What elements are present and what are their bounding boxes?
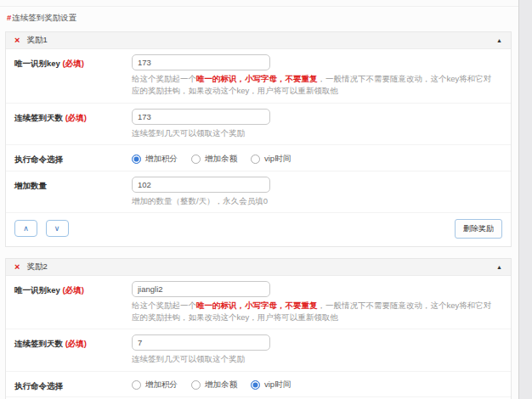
help-prefix: 给这个奖励起一个 <box>132 74 196 83</box>
unique-key-row: 唯一识别key (必填) 给这个奖励起一个唯一的标识，小写字母，不要重复，一般情… <box>6 49 511 104</box>
radio-add-points-input[interactable] <box>132 155 141 164</box>
help-bold: 唯一的标识，小写字母，不要重复 <box>196 74 318 83</box>
required-badge: (必填) <box>65 113 87 122</box>
radio-add-balance[interactable]: 增加余额 <box>191 379 237 391</box>
radio-add-balance-label: 增加余额 <box>205 379 237 391</box>
radio-add-balance-input[interactable] <box>191 380 201 390</box>
unique-key-help: 给这个奖励起一个唯一的标识，小写字母，不要重复，一般情况下不需要随意改动，这个k… <box>132 73 502 98</box>
command-radio-group: 增加积分 增加余额 vip时间 <box>132 150 502 166</box>
command-label: 执行命令选择 <box>14 377 132 392</box>
command-label: 执行命令选择 <box>14 150 132 166</box>
signin-days-input[interactable] <box>132 334 270 351</box>
reward-2-header[interactable]: × 奖励2 ▲ <box>6 259 511 276</box>
reward-2-body: 唯一识别key (必填) 给这个奖励起一个唯一的标识，小写字母，不要重复，一般情… <box>6 276 511 399</box>
required-hash-mark: # <box>7 13 11 22</box>
chevron-up-icon: ∧ <box>23 224 29 233</box>
unique-key-label: 唯一识别key (必填) <box>14 54 132 98</box>
page: #连续签到奖励设置 × 奖励1 ▲ 唯一识别key (必填) 给这个奖励起一个唯… <box>0 0 519 399</box>
reward-1-footer: ∧ ∨ 删除奖励 <box>6 213 511 246</box>
command-row: 执行命令选择 增加积分 增加余额 vip时间 <box>6 372 511 398</box>
unique-key-input[interactable] <box>132 281 270 297</box>
radio-add-points[interactable]: 增加积分 <box>132 379 178 391</box>
remove-reward-icon[interactable]: × <box>14 36 20 45</box>
reward-card-1: × 奖励1 ▲ 唯一识别key (必填) 给这个奖励起一个唯一的标识，小写字母，… <box>5 31 512 247</box>
amount-help: 增加的数量（整数/天），永久会员填0 <box>132 195 502 207</box>
chevron-down-icon: ∨ <box>54 224 60 233</box>
reorder-buttons: ∧ ∨ <box>14 220 75 237</box>
radio-vip-time-label: vip时间 <box>264 379 291 391</box>
radio-vip-time-input[interactable] <box>251 155 260 164</box>
signin-days-label: 连续签到天数 (必填) <box>14 109 132 139</box>
amount-row: 增加数量 增加的数量（整数/天），永久会员填0 <box>6 171 511 213</box>
signin-days-input[interactable] <box>132 109 270 125</box>
signin-days-label: 连续签到天数 (必填) <box>14 334 132 365</box>
reward-2-title: 奖励2 <box>26 261 47 273</box>
radio-add-points-label: 增加积分 <box>145 154 178 165</box>
command-radio-group: 增加积分 增加余额 vip时间 <box>132 377 502 392</box>
unique-key-label-text: 唯一识别key <box>14 285 60 295</box>
signin-days-help: 连续签到几天可以领取这个奖励 <box>132 353 502 365</box>
signin-days-help: 连续签到几天可以领取这个奖励 <box>132 127 502 139</box>
unique-key-label-text: 唯一识别key <box>14 59 60 68</box>
amount-label: 增加数量 <box>14 177 132 207</box>
reward-1-header[interactable]: × 奖励1 ▲ <box>6 32 511 49</box>
required-badge: (必填) <box>63 59 84 68</box>
move-down-button[interactable]: ∨ <box>46 220 69 237</box>
reward-card-2: × 奖励2 ▲ 唯一识别key (必填) 给这个奖励起一个唯一的标识，小写字母，… <box>5 258 512 399</box>
command-row: 执行命令选择 增加积分 增加余额 vip时间 <box>6 145 511 171</box>
unique-key-help: 给这个奖励起一个唯一的标识，小写字母，不要重复，一般情况下不需要随意改动，这个k… <box>132 300 502 324</box>
radio-add-points-input[interactable] <box>132 380 141 390</box>
signin-days-label-text: 连续签到天数 <box>14 113 63 122</box>
radio-add-points-label: 增加积分 <box>145 379 178 391</box>
amount-input[interactable] <box>132 177 270 193</box>
move-up-button[interactable]: ∧ <box>14 220 37 237</box>
delete-reward-button[interactable]: 删除奖励 <box>455 219 502 239</box>
collapse-up-icon[interactable]: ▲ <box>496 37 502 43</box>
remove-reward-icon[interactable]: × <box>14 262 20 272</box>
page-title: #连续签到奖励设置 <box>0 7 518 31</box>
help-prefix: 给这个奖励起一个 <box>132 301 196 310</box>
unique-key-row: 唯一识别key (必填) 给这个奖励起一个唯一的标识，小写字母，不要重复，一般情… <box>6 276 511 330</box>
collapse-up-icon[interactable]: ▲ <box>496 264 502 270</box>
unique-key-input[interactable] <box>132 54 270 70</box>
radio-add-balance[interactable]: 增加余额 <box>191 154 237 165</box>
radio-vip-time[interactable]: vip时间 <box>251 154 291 165</box>
required-badge: (必填) <box>65 339 87 348</box>
page-title-text: 连续签到奖励设置 <box>12 13 76 22</box>
reward-1-title: 奖励1 <box>26 35 47 46</box>
radio-vip-time-label: vip时间 <box>264 154 291 165</box>
unique-key-label: 唯一识别key (必填) <box>14 281 132 324</box>
radio-vip-time-input[interactable] <box>251 380 260 390</box>
signin-days-label-text: 连续签到天数 <box>14 339 63 348</box>
reward-1-body: 唯一识别key (必填) 给这个奖励起一个唯一的标识，小写字母，不要重复，一般情… <box>6 49 511 246</box>
radio-vip-time[interactable]: vip时间 <box>251 379 291 391</box>
top-strip <box>0 0 518 7</box>
signin-days-row: 连续签到天数 (必填) 连续签到几天可以领取这个奖励 <box>6 329 511 371</box>
signin-days-row: 连续签到天数 (必填) 连续签到几天可以领取这个奖励 <box>6 104 511 145</box>
help-bold: 唯一的标识，小写字母，不要重复 <box>196 301 318 310</box>
required-badge: (必填) <box>63 285 84 295</box>
radio-add-points[interactable]: 增加积分 <box>132 154 178 165</box>
radio-add-balance-input[interactable] <box>191 155 201 164</box>
radio-add-balance-label: 增加余额 <box>205 154 237 165</box>
